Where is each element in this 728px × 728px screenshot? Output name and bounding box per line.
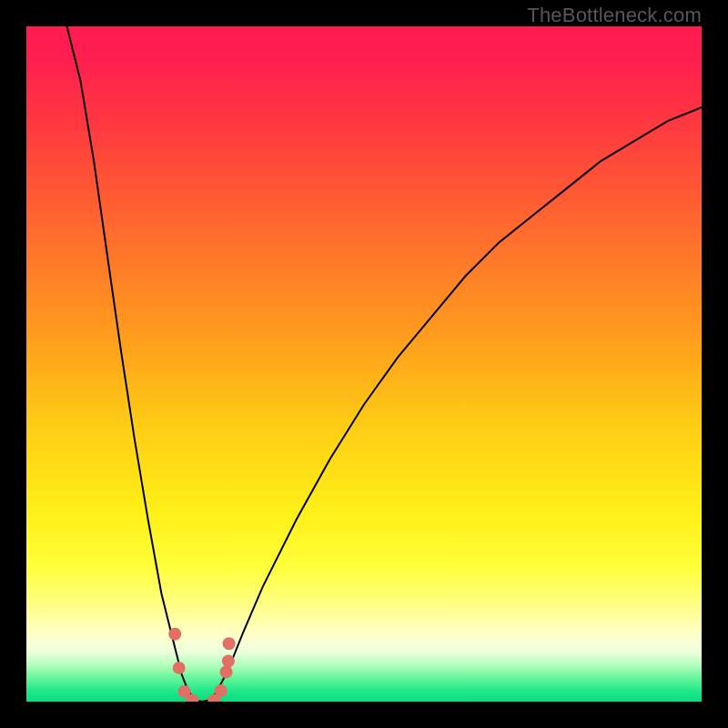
data-dot (222, 655, 235, 668)
data-dot (173, 662, 186, 674)
chart-frame: TheBottleneck.com (0, 0, 728, 728)
chart-plot (26, 26, 702, 702)
chart-background (26, 26, 702, 702)
data-dot (215, 684, 228, 697)
watermark-text: TheBottleneck.com (527, 4, 702, 27)
data-dot (223, 637, 236, 650)
data-dot (220, 665, 233, 678)
data-dot (168, 628, 181, 641)
